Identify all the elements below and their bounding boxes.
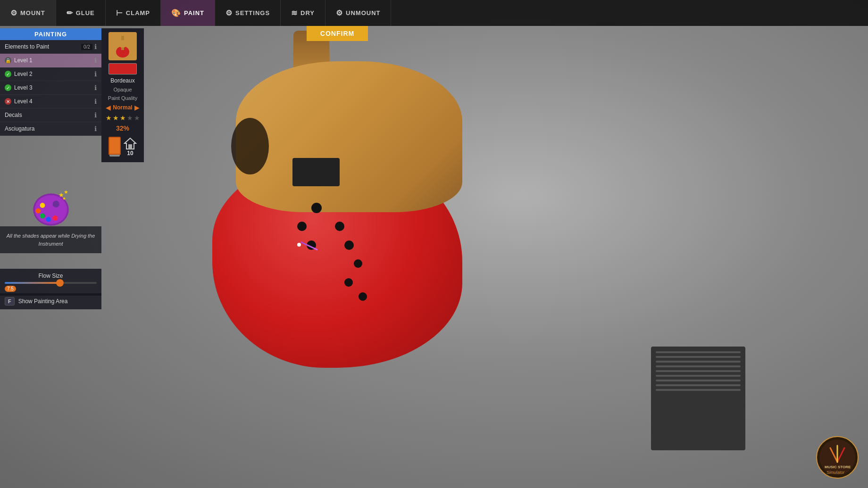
svg-point-4 — [35, 208, 41, 214]
color-panel: Bordeaux Opaque Paint Quality ◀ Normal ▶… — [101, 28, 144, 162]
nav-clamp[interactable]: ⊢ CLAMP — [106, 0, 161, 26]
glue-icon: ✏ — [67, 8, 73, 17]
nav-unmount-label: UNMOUNT — [346, 9, 380, 17]
guitar-hole-5 — [344, 240, 354, 250]
level2-row[interactable]: ✓ Level 2 ℹ — [0, 67, 101, 81]
level1-status: 🔒 — [5, 57, 11, 64]
nav-paint[interactable]: 🎨 PAINT — [161, 0, 215, 26]
nav-mount[interactable]: ⚙ MOUNT — [0, 0, 56, 26]
house-icon-wrap: 10 — [124, 137, 137, 157]
flow-slider[interactable] — [5, 282, 97, 284]
stars-row: ★ ★ ★ ★ ★ — [106, 114, 140, 122]
nav-unmount[interactable]: ⚙ UNMOUNT — [326, 0, 391, 26]
color-swatch[interactable] — [108, 63, 137, 74]
elements-info-icon[interactable]: ℹ — [94, 43, 97, 50]
paint-can[interactable] — [108, 137, 121, 155]
level3-status: ✓ — [5, 84, 11, 91]
color-name: Bordeaux — [110, 77, 134, 84]
show-painting-key: F — [5, 297, 15, 306]
level2-info-icon[interactable]: ℹ — [94, 70, 97, 78]
elements-to-paint-row: Elements to Paint 0/2 ℹ — [0, 40, 101, 54]
paint-tools-row: 10 — [108, 135, 137, 158]
topbar: ⚙ MOUNT ✏ GLUE ⊢ CLAMP 🎨 PAINT ⚙ SETTING… — [0, 0, 868, 26]
nav-dry[interactable]: ≋ DRY — [281, 0, 326, 26]
brush-cursor-dot — [297, 243, 301, 247]
guitar-hole-1 — [311, 203, 322, 213]
level4-row[interactable]: ✕ Level 4 ℹ — [0, 95, 101, 108]
svg-rect-16 — [128, 144, 132, 149]
unmount-icon: ⚙ — [336, 8, 343, 17]
flow-section: Flow Size 7.5 — [0, 269, 101, 296]
decals-info-icon[interactable]: ℹ — [94, 111, 97, 119]
nav-glue[interactable]: ✏ GLUE — [56, 0, 106, 26]
logo: MUSIC STORE Simulator — [816, 436, 859, 479]
level3-row[interactable]: ✓ Level 3 ℹ — [0, 81, 101, 95]
star-3: ★ — [120, 114, 126, 122]
svg-point-2 — [52, 201, 59, 207]
star-1: ★ — [106, 114, 112, 122]
level1-label: Level 1 — [14, 57, 33, 64]
show-painting-label: Show Painting Area — [18, 298, 68, 305]
guitar-body-wood — [236, 61, 462, 212]
star-4: ★ — [127, 114, 133, 122]
decals-row[interactable]: Decals ℹ — [0, 108, 101, 122]
level1-info-icon[interactable]: ℹ — [94, 57, 97, 64]
palette-icon-area: ★ ★ ★ — [0, 184, 101, 231]
svg-point-6 — [46, 217, 51, 222]
settings-icon: ⚙ — [225, 8, 233, 17]
level2-status: ✓ — [5, 71, 11, 77]
svg-point-14 — [118, 40, 127, 48]
asciugatura-label: Asciugatura — [5, 125, 34, 132]
flow-label: Flow Size — [5, 273, 97, 279]
flow-thumb[interactable] — [56, 279, 64, 287]
paint-can-base — [109, 155, 120, 157]
nav-settings[interactable]: ⚙ SETTINGS — [215, 0, 281, 26]
thumbnail-svg — [108, 32, 137, 60]
asciugatura-row[interactable]: Asciugatura ℹ — [0, 122, 101, 136]
level3-label: Level 3 — [14, 84, 33, 91]
decals-label: Decals — [5, 112, 22, 118]
flow-fill — [5, 282, 60, 284]
level4-status: ✕ — [5, 98, 11, 105]
asciugatura-info-icon[interactable]: ℹ — [94, 125, 97, 132]
count-label: 10 — [127, 150, 133, 157]
nav-settings-label: SETTINGS — [235, 9, 270, 17]
guitar-bridge — [292, 158, 340, 186]
level4-info-icon[interactable]: ℹ — [94, 98, 97, 105]
quality-row: ◀ Normal ▶ — [106, 104, 139, 111]
svg-point-7 — [52, 215, 58, 221]
nav-clamp-label: CLAMP — [126, 9, 150, 17]
svg-text:★: ★ — [62, 196, 66, 201]
nav-paint-label: PAINT — [184, 9, 204, 17]
quality-next-arrow[interactable]: ▶ — [134, 104, 140, 111]
star-5: ★ — [134, 114, 140, 122]
svg-point-5 — [40, 214, 45, 219]
level4-label: Level 4 — [14, 98, 33, 105]
guitar-hole-2 — [297, 222, 307, 231]
house-icon — [124, 137, 137, 150]
guitar-hole-4 — [335, 222, 344, 231]
guitar-cutaway — [231, 118, 269, 174]
quality-value: Normal — [113, 104, 132, 111]
guitar-hole-7 — [344, 278, 353, 287]
quality-label: Paint Quality — [108, 95, 137, 101]
star-2: ★ — [113, 114, 119, 122]
svg-text:MUSIC STORE: MUSIC STORE — [825, 465, 851, 469]
nav-glue-label: GLUE — [76, 9, 95, 17]
clamp-icon: ⊢ — [116, 8, 123, 17]
show-painting-area-row[interactable]: F Show Painting Area — [0, 293, 101, 309]
panel-title: PAINTING — [0, 28, 101, 40]
palette-svg-icon: ★ ★ ★ — [30, 186, 72, 229]
quality-prev-arrow[interactable]: ◀ — [106, 104, 111, 111]
confirm-button[interactable]: CONFIRM — [307, 26, 368, 41]
paint-icon: 🎨 — [171, 8, 181, 17]
left-panel: PAINTING Elements to Paint 0/2 ℹ 🔒 Level… — [0, 28, 101, 136]
nav-mount-label: MOUNT — [20, 9, 45, 17]
elements-label: Elements to Paint — [5, 43, 49, 50]
level3-info-icon[interactable]: ℹ — [94, 84, 97, 91]
mount-icon: ⚙ — [10, 8, 17, 17]
guitar-thumbnail[interactable] — [108, 32, 137, 60]
guitar-hole-6 — [354, 259, 362, 268]
info-text: All the shades appear while Drying the I… — [7, 233, 95, 247]
level1-row[interactable]: 🔒 Level 1 ℹ — [0, 54, 101, 67]
